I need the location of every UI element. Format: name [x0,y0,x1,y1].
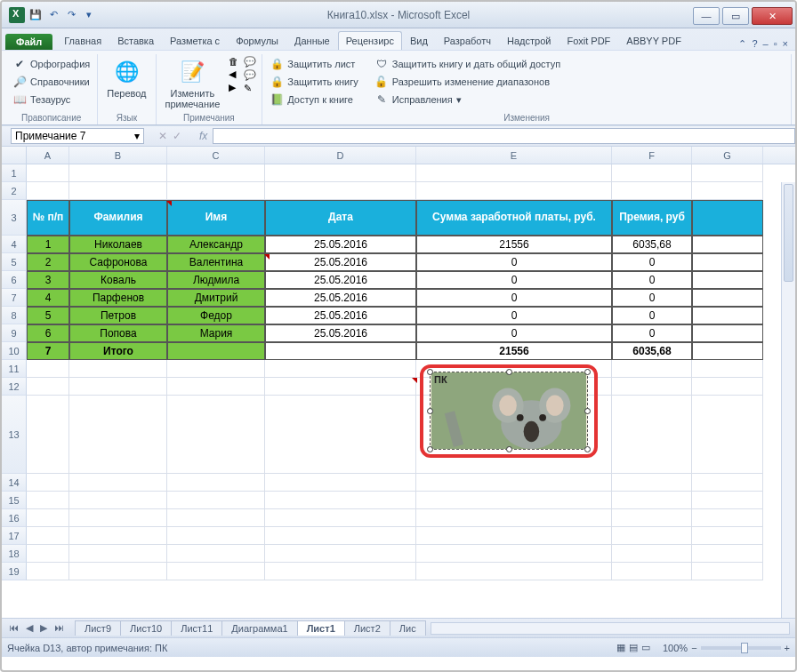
spelling-button[interactable]: ✔Орфография [11,56,92,72]
formula-input[interactable] [213,128,795,144]
col-header-b[interactable]: B [69,147,167,164]
qat-dropdown-icon[interactable]: ▾ [82,8,96,22]
row-header[interactable]: 4 [2,236,27,253]
next-comment-icon[interactable]: ▶ [229,82,238,93]
cell[interactable] [265,509,416,527]
show-ink-icon[interactable]: ✎ [244,83,256,94]
cell[interactable]: 0 [416,253,612,271]
zoom-out-button[interactable]: − [691,643,696,653]
cell[interactable] [692,164,763,182]
cell[interactable] [692,360,763,378]
cell[interactable] [692,271,763,289]
maximize-button[interactable]: ▭ [722,7,749,25]
research-button[interactable]: 🔎Справочники [11,74,92,90]
normal-view-icon[interactable]: ▦ [616,642,625,653]
row-header[interactable]: 14 [2,474,27,492]
cell[interactable]: Дмитрий [167,289,265,307]
protect-sheet-button[interactable]: 🔒Защитить лист [268,56,360,72]
cell[interactable] [27,545,69,563]
thesaurus-button[interactable]: 📖Тезаурус [11,92,92,108]
cell[interactable] [167,342,265,360]
track-changes-button[interactable]: ✎Исправления ▾ [373,92,562,108]
cell[interactable]: 4 [27,289,69,307]
row-header[interactable]: 8 [2,307,27,324]
row-header[interactable]: 5 [2,253,27,271]
cell[interactable]: 3 [27,271,69,289]
mdi-close-icon[interactable]: × [783,38,788,50]
tab-foxit[interactable]: Foxit PDF [559,31,618,50]
cell[interactable] [69,396,167,474]
cell[interactable] [416,563,612,580]
cell[interactable]: 0 [416,289,612,307]
col-header-a[interactable]: A [27,147,69,164]
cell[interactable] [265,360,416,378]
sheet-nav-next-icon[interactable]: ▶ [36,622,51,634]
cell[interactable]: Валентина [167,253,265,271]
cell[interactable]: 0 [416,307,612,324]
vertical-scrollbar[interactable] [781,182,795,618]
resize-handle[interactable] [427,446,433,452]
resize-handle[interactable] [584,446,591,452]
cell[interactable]: Александр [167,236,265,253]
cell[interactable]: Людмила [167,271,265,289]
tab-insert[interactable]: Вставка [109,31,162,50]
resize-handle[interactable] [584,408,591,414]
comment-indicator-d13[interactable] [412,378,417,383]
cell[interactable]: 25.05.2016 [265,324,416,342]
sheet-tab[interactable]: Лист1 [297,620,345,636]
mdi-minimize-icon[interactable]: – [763,38,769,50]
cell[interactable]: Мария [167,324,265,342]
cell[interactable]: Итого [69,342,167,360]
cell[interactable] [612,360,692,378]
cell[interactable]: Коваль [69,271,167,289]
cell[interactable] [167,360,265,378]
cell[interactable] [612,509,692,527]
tab-view[interactable]: Вид [402,31,436,50]
cell[interactable] [265,378,416,396]
row-header[interactable]: 18 [2,545,27,563]
tab-page-layout[interactable]: Разметка с [162,31,228,50]
file-tab[interactable]: Файл [5,34,52,50]
col-header-c[interactable]: C [167,147,265,164]
cell[interactable] [692,253,763,271]
tab-formulas[interactable]: Формулы [228,31,286,50]
cell[interactable] [27,360,69,378]
close-button[interactable]: ✕ [752,7,793,25]
cell[interactable]: Парфенов [69,289,167,307]
cell[interactable] [27,563,69,580]
cell[interactable]: № п/п [27,200,69,236]
cell[interactable] [692,324,763,342]
page-break-view-icon[interactable]: ▭ [641,642,650,653]
cell[interactable] [69,164,167,182]
cell[interactable] [27,474,69,492]
sheet-tab[interactable]: Лист10 [120,620,172,636]
cell[interactable] [69,360,167,378]
cell[interactable] [27,182,69,200]
cell[interactable] [416,545,612,563]
zoom-slider[interactable] [701,646,781,650]
row-header[interactable]: 3 [2,200,27,236]
zoom-in-button[interactable]: + [785,643,790,653]
undo-icon[interactable]: ↶ [46,8,60,22]
resize-handle[interactable] [506,369,512,375]
tab-home[interactable]: Главная [56,31,109,50]
row-header[interactable]: 13 [2,396,27,474]
cell[interactable]: 5 [27,307,69,324]
cell[interactable] [692,563,763,580]
help-icon[interactable]: ? [752,38,757,50]
row-header[interactable]: 10 [2,342,27,360]
cell[interactable] [265,527,416,545]
show-all-comments-icon[interactable]: 💬 [244,69,256,81]
cell[interactable] [167,563,265,580]
show-comment-icon[interactable]: 💬 [244,56,256,68]
resize-handle[interactable] [427,369,433,375]
cell[interactable]: 0 [416,324,612,342]
share-workbook-button[interactable]: 📗Доступ к книге [268,92,360,108]
row-header[interactable]: 9 [2,324,27,342]
cell[interactable] [612,378,692,396]
cell[interactable]: Федор [167,307,265,324]
cell[interactable] [167,474,265,492]
delete-comment-icon[interactable]: 🗑 [229,56,238,67]
cell[interactable] [612,396,692,474]
cell[interactable]: Фамилия [69,200,167,236]
